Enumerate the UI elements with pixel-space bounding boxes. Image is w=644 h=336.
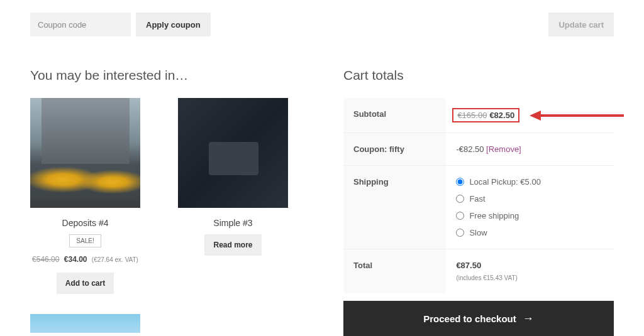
shipping-option-label: Slow xyxy=(469,228,487,237)
shipping-radio[interactable] xyxy=(456,178,464,186)
product-card: Simple #3 Read more xyxy=(178,98,288,294)
add-to-cart-button[interactable]: Add to cart xyxy=(57,273,114,294)
price-new: €34.00 xyxy=(64,255,87,264)
total-vat-note: (includes €15.43 VAT) xyxy=(456,274,517,281)
shipping-option-label: Fast xyxy=(469,194,485,203)
upsell-title: You may be interested in… xyxy=(30,68,318,83)
coupon-discount-value: -€82.50 xyxy=(456,144,486,154)
shipping-radio[interactable] xyxy=(456,229,464,237)
cart-totals-title: Cart totals xyxy=(343,68,614,83)
table-row: Coupon: fifty -€82.50 [Remove] xyxy=(343,133,614,166)
total-amount: €87.50 xyxy=(456,261,604,270)
shipping-option-label: Local Pickup: €5.00 xyxy=(469,177,540,187)
shipping-option[interactable]: Local Pickup: €5.00 xyxy=(456,177,604,187)
subtotal-new: €82.50 xyxy=(489,111,514,120)
coupon-code-input[interactable] xyxy=(30,13,131,36)
product-title[interactable]: Simple #3 xyxy=(178,218,288,228)
total-label: Total xyxy=(343,249,446,294)
proceed-to-checkout-button[interactable]: Proceed to checkout → xyxy=(343,301,614,336)
product-card: Deposits #4 SALE! €546.00 €34.00 (€27.64… xyxy=(30,98,140,294)
product-prices: €546.00 €34.00 (€27.64 ex. VAT) xyxy=(30,255,140,264)
apply-coupon-button[interactable]: Apply coupon xyxy=(136,13,211,36)
sale-badge: SALE! xyxy=(69,234,101,247)
remove-coupon-link[interactable]: [Remove] xyxy=(486,144,521,154)
annotation-arrow-icon xyxy=(530,108,624,123)
product-image[interactable] xyxy=(30,98,140,208)
price-old: €546.00 xyxy=(32,255,59,264)
checkout-button-label: Proceed to checkout xyxy=(423,313,516,324)
table-row: Shipping Local Pickup: €5.00 Fast Free s… xyxy=(343,166,614,249)
shipping-radio[interactable] xyxy=(456,212,464,220)
coupon-label: Coupon: fifty xyxy=(343,133,446,166)
shipping-label: Shipping xyxy=(343,166,446,249)
price-vat-note: (€27.64 ex. VAT) xyxy=(92,256,138,263)
shipping-options: Local Pickup: €5.00 Fast Free shipping S… xyxy=(456,177,604,237)
cart-totals-table: Subtotal €165.00€82.50 Coupon: fifty -€8… xyxy=(343,98,614,293)
read-more-button[interactable]: Read more xyxy=(204,234,261,256)
shipping-option[interactable]: Free shipping xyxy=(456,211,604,220)
update-cart-button[interactable]: Update cart xyxy=(548,13,614,36)
product-title[interactable]: Deposits #4 xyxy=(30,218,140,228)
subtotal-highlight-box: €165.00€82.50 xyxy=(452,108,519,122)
coupon-row: Apply coupon Update cart xyxy=(30,13,614,36)
subtotal-old: €165.00 xyxy=(457,111,487,120)
product-image[interactable] xyxy=(30,314,140,333)
shipping-radio[interactable] xyxy=(456,195,464,203)
table-row: Total €87.50 (includes €15.43 VAT) xyxy=(343,249,614,294)
shipping-option[interactable]: Slow xyxy=(456,228,604,237)
shipping-option-label: Free shipping xyxy=(469,211,519,220)
table-row: Subtotal €165.00€82.50 xyxy=(343,98,614,133)
shipping-option[interactable]: Fast xyxy=(456,194,604,203)
product-image[interactable] xyxy=(178,98,288,208)
svg-marker-1 xyxy=(530,111,541,121)
arrow-right-icon: → xyxy=(523,312,534,325)
subtotal-label: Subtotal xyxy=(343,98,446,133)
